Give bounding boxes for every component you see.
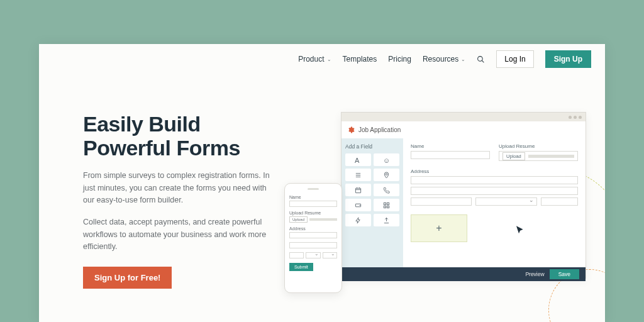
text-field-tile[interactable]: A [345,153,371,166]
phone-speaker-icon [308,188,319,190]
dropdown-icon [355,202,362,209]
phone-upload-field[interactable]: Upload [289,216,337,223]
builder-title-bar: Job Application [341,121,586,138]
chevron-down-icon: ⌄ [327,57,331,62]
nav-pricing[interactable]: Pricing [388,55,411,64]
plus-icon: + [436,223,441,234]
search-icon[interactable] [477,55,485,64]
address-line2-input[interactable] [411,187,578,195]
cta-signup-button[interactable]: Sign Up for Free! [83,267,172,289]
phone-label-address: Address [289,226,337,231]
layout-field-tile[interactable] [374,199,399,211]
svg-point-5 [386,173,387,175]
text-icon: A [355,157,362,164]
field-palette: Add a Field A ☺ [341,138,403,267]
phone-address1-input[interactable] [289,232,337,238]
name-input[interactable] [411,151,490,159]
field-label-upload: Upload Resume [499,143,578,149]
login-button[interactable]: Log In [496,50,533,68]
svg-rect-14 [387,206,389,208]
date-field-tile[interactable] [345,184,371,196]
form-canvas: Name Upload Resume Upload [403,138,586,267]
phone-name-input[interactable] [289,201,337,207]
emoji-field-tile[interactable]: ☺ [374,153,399,166]
window-dot-icon [574,116,577,119]
hero-paragraph-2: Collect data, accept payments, and creat… [83,216,278,253]
smile-icon: ☺ [383,157,390,164]
nav-product[interactable]: Product⌄ [298,55,331,64]
palette-title: Add a Field [345,143,399,150]
upload-button[interactable]: Upload [502,152,525,160]
phone-city-input[interactable] [289,252,304,258]
form-name: Job Application [358,126,401,133]
form-builder-window: Job Application Add a Field A ☺ [341,112,586,279]
signup-button[interactable]: Sign Up [545,50,591,68]
nav-resources[interactable]: Resources⌄ [423,55,465,64]
svg-rect-6 [355,188,360,192]
window-dot-icon [569,116,572,119]
state-select[interactable] [475,197,536,206]
phone-field-tile[interactable] [374,184,399,196]
dropdown-field-tile[interactable] [345,199,371,211]
address-line1-input[interactable] [411,176,578,184]
cursor-icon [515,225,525,235]
preview-button[interactable]: Preview [525,271,544,277]
add-field-dropzone[interactable]: + [411,214,467,242]
gear-icon [348,126,355,133]
top-nav: Product⌄ Templates Pricing Resources⌄ Lo… [39,44,605,74]
list-field-tile[interactable] [345,169,371,181]
zip-input[interactable] [541,197,578,206]
phone-label-name: Name [289,195,337,199]
window-chrome [341,113,586,121]
hero-paragraph-1: From simple surveys to complex registrat… [83,170,278,206]
field-label-name: Name [411,143,490,149]
upload-placeholder [528,155,574,158]
calendar-icon [355,187,362,194]
svg-rect-11 [384,203,386,204]
grid-icon [383,202,390,209]
upload-field[interactable]: Upload [499,151,578,161]
submit-button[interactable]: Submit [289,263,313,271]
field-label-address: Address [411,169,578,174]
phone-label-upload: Upload Resume [289,211,337,215]
svg-rect-12 [387,203,389,204]
hero-illustration: Job Application Add a Field A ☺ [297,112,605,313]
svg-rect-13 [384,206,386,208]
phone-zip-select[interactable] [323,252,337,258]
pin-icon [383,172,390,179]
save-button[interactable]: Save [550,269,579,279]
upload-icon [383,217,390,224]
phone-state-select[interactable] [306,252,320,258]
upload-field-tile[interactable] [374,214,399,226]
phone-icon [383,187,390,194]
builder-footer: Preview Save [341,267,586,281]
page-title: Easily BuildPowerful Forms [83,112,278,160]
svg-line-1 [482,60,484,62]
lightning-icon [355,217,362,224]
list-icon [355,172,362,179]
phone-upload-placeholder [309,218,337,221]
phone-upload-button[interactable]: Upload [289,216,308,223]
location-field-tile[interactable] [374,169,399,181]
chevron-down-icon: ⌄ [461,57,465,62]
phone-mockup: Name Upload Resume Upload Address [284,183,342,293]
signature-field-tile[interactable] [345,214,371,226]
phone-address2-input[interactable] [289,242,337,248]
city-input[interactable] [411,197,472,206]
nav-templates[interactable]: Templates [343,55,377,64]
svg-point-0 [478,56,483,61]
window-dot-icon [579,116,582,119]
